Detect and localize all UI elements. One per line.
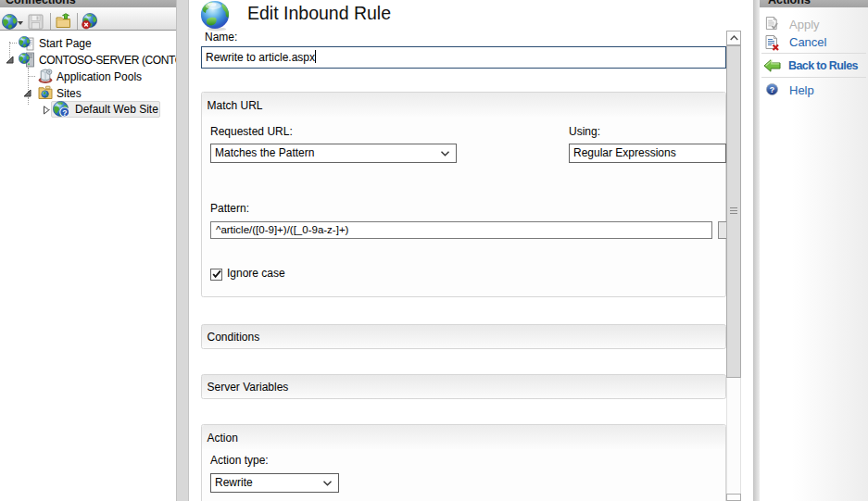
- svg-text:?: ?: [62, 108, 67, 118]
- svg-text:?: ?: [769, 85, 774, 94]
